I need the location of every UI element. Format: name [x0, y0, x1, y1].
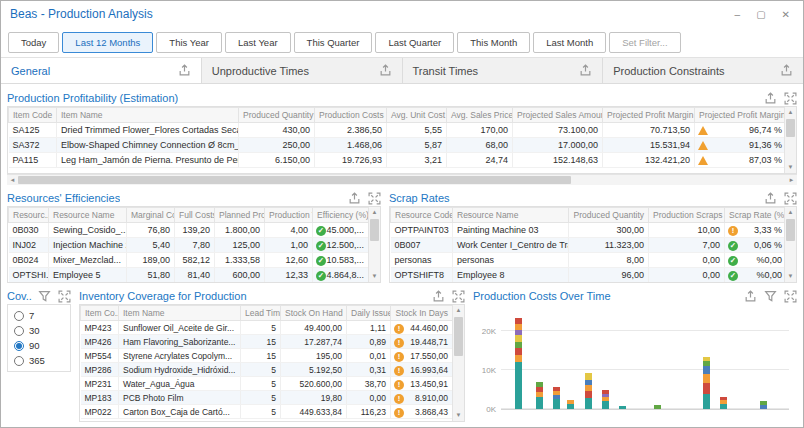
table-row[interactable]: MP183PCB Photo Film519,800,00!8.910,00: [81, 391, 453, 405]
column-header[interactable]: Projected Sales Amount: [513, 108, 603, 123]
radio-button[interactable]: [14, 326, 24, 336]
expand-icon[interactable]: [784, 289, 797, 302]
radio-button[interactable]: [14, 341, 24, 351]
filter-button-last-quarter[interactable]: Last Quarter: [375, 32, 454, 53]
table-row[interactable]: SA125Dried Trimmed Flower_Flores Cortada…: [9, 123, 785, 138]
column-header[interactable]: Resource Name: [453, 208, 569, 223]
stacked-bar[interactable]: [536, 312, 543, 409]
scroll-thumb[interactable]: [18, 176, 571, 184]
filter-button-last-year[interactable]: Last Year: [225, 32, 291, 53]
minimize-button[interactable]: –: [735, 9, 741, 20]
scroll-up-arrow[interactable]: ▲: [369, 207, 380, 218]
filter-button-set-filter[interactable]: Set Filter...: [609, 32, 680, 53]
column-header[interactable]: Item Code: [9, 108, 57, 123]
table-row[interactable]: 0B030Sewing_Cosido_...76,80139,201.800,0…: [9, 223, 369, 238]
scroll-thumb[interactable]: [454, 317, 463, 356]
expand-icon[interactable]: [452, 289, 465, 302]
radio-button[interactable]: [14, 311, 24, 321]
vertical-scrollbar[interactable]: ▲ ▼: [784, 107, 796, 173]
stacked-bar[interactable]: [760, 312, 767, 409]
export-icon[interactable]: [379, 64, 392, 77]
export-icon[interactable]: [432, 289, 445, 302]
vertical-scrollbar[interactable]: ▲ ▼: [452, 305, 464, 421]
column-header[interactable]: Full Costs: [175, 208, 215, 223]
scroll-thumb[interactable]: [786, 219, 795, 241]
filter-button-today[interactable]: Today: [8, 32, 59, 53]
filter-button-this-month[interactable]: This Month: [457, 32, 530, 53]
column-header[interactable]: Resource Name: [49, 208, 127, 223]
maximize-button[interactable]: ▢: [756, 9, 765, 20]
close-button[interactable]: ✕: [782, 9, 790, 20]
table-row[interactable]: OPTSHIFT8Employee 896,000,00✓%0,00: [391, 268, 785, 283]
column-header[interactable]: Produced Quantity: [239, 108, 315, 123]
expand-icon[interactable]: [784, 91, 797, 104]
column-header[interactable]: Item Co...: [81, 306, 119, 321]
stacked-bar[interactable]: [654, 312, 661, 409]
column-header[interactable]: Production Scraps: [649, 208, 725, 223]
table-row[interactable]: MP426Ham Flavoring_Saborizante...1517.28…: [81, 335, 453, 349]
expand-icon[interactable]: [58, 289, 71, 302]
scroll-thumb[interactable]: [370, 219, 379, 241]
column-header[interactable]: Item Name: [57, 108, 239, 123]
filter-icon[interactable]: [764, 289, 777, 302]
coverage-option-30[interactable]: 30: [14, 325, 64, 336]
export-icon[interactable]: [764, 191, 777, 204]
coverage-option-90[interactable]: 90: [14, 340, 64, 351]
column-header[interactable]: Efficiency (%): [313, 208, 369, 223]
scroll-left-arrow[interactable]: ◄: [7, 175, 18, 185]
column-header[interactable]: Production Ti...: [265, 208, 313, 223]
scroll-right-arrow[interactable]: ►: [786, 175, 797, 185]
column-header[interactable]: Projected Profit Margin: [603, 108, 695, 123]
export-icon[interactable]: [348, 191, 361, 204]
tab-production-constraints[interactable]: Production Constraints: [603, 58, 803, 83]
column-header[interactable]: Production Costs: [315, 108, 387, 123]
column-header[interactable]: Resource Code: [391, 208, 453, 223]
scroll-up-arrow[interactable]: ▲: [785, 207, 796, 218]
table-row[interactable]: MP554Styrene Acrylates Copolym...15195,0…: [81, 349, 453, 363]
coverage-option-7[interactable]: 7: [14, 310, 64, 321]
vertical-scrollbar[interactable]: ▲ ▼: [368, 207, 380, 282]
table-row[interactable]: MP231Water_Agua_Água5520.600,0038,70!13.…: [81, 377, 453, 391]
vertical-scrollbar[interactable]: ▲ ▼: [784, 207, 796, 282]
stacked-bar[interactable]: [703, 312, 710, 409]
column-header[interactable]: Planned Pro...: [215, 208, 265, 223]
scroll-down-arrow[interactable]: ▼: [369, 271, 380, 282]
export-icon[interactable]: [178, 64, 191, 77]
table-row[interactable]: personaspersonas8,000,00✓%0,00: [391, 253, 785, 268]
stacked-bar[interactable]: [585, 312, 592, 409]
export-icon[interactable]: [764, 91, 777, 104]
stacked-bar[interactable]: [619, 312, 626, 409]
column-header[interactable]: Avg. Sales Price: [447, 108, 513, 123]
column-header[interactable]: Resourc...: [9, 208, 49, 223]
column-header[interactable]: Lead Time: [241, 306, 281, 321]
table-row[interactable]: OPTSHI...Employee 551,8081,40600,0012,33…: [9, 268, 369, 283]
stacked-bar[interactable]: [515, 312, 522, 409]
column-header[interactable]: Stock On Hand: [281, 306, 347, 321]
scroll-up-arrow[interactable]: ▲: [785, 107, 796, 118]
filter-button-this-year[interactable]: This Year: [156, 32, 222, 53]
column-header[interactable]: Item Name: [119, 306, 241, 321]
stacked-bar[interactable]: [602, 312, 609, 409]
scroll-down-arrow[interactable]: ▼: [453, 410, 464, 421]
column-header[interactable]: Produced Quantity: [569, 208, 649, 223]
filter-button-last-month[interactable]: Last Month: [533, 32, 606, 53]
expand-icon[interactable]: [368, 191, 381, 204]
scroll-down-arrow[interactable]: ▼: [785, 162, 796, 173]
table-row[interactable]: 0B024Mixer_Mezclad...189,00582,121.333,5…: [9, 253, 369, 268]
export-icon[interactable]: [780, 64, 793, 77]
stacked-bar[interactable]: [553, 312, 560, 409]
column-header[interactable]: Stock In Days: [391, 306, 453, 321]
radio-button[interactable]: [14, 356, 24, 366]
table-row[interactable]: SA372Elbow-Shaped Chimney Connection Ø 8…: [9, 138, 785, 153]
stacked-bar[interactable]: [567, 312, 574, 409]
column-header[interactable]: Marginal Costs: [127, 208, 175, 223]
filter-icon[interactable]: [38, 289, 51, 302]
export-icon[interactable]: [744, 289, 757, 302]
column-header[interactable]: Projected Profit Margin (%): [695, 108, 785, 123]
export-icon[interactable]: [579, 64, 592, 77]
scroll-up-arrow[interactable]: ▲: [453, 305, 464, 316]
table-row[interactable]: 0B007Work Center I_Centro de Trabajo I11…: [391, 238, 785, 253]
scroll-thumb[interactable]: [786, 119, 795, 137]
column-header[interactable]: Scrap Rate (%): [725, 208, 785, 223]
filter-button-this-quarter[interactable]: This Quarter: [294, 32, 373, 53]
